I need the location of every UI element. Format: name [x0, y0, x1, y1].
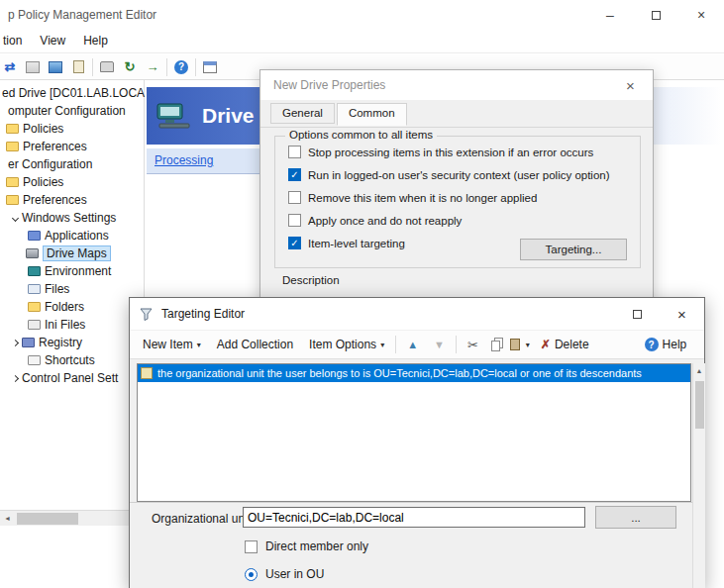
maximize-button[interactable]: [633, 0, 678, 30]
drive-banner-icon: [156, 102, 192, 130]
checkbox-unchecked[interactable]: [288, 146, 301, 158]
dropdown-icon: ▾: [380, 341, 384, 349]
option-item-level-targeting: ✓ Item-level targeting: [288, 237, 405, 249]
tree-item-policies[interactable]: Policies: [0, 173, 144, 191]
tree-item-shortcuts[interactable]: Shortcuts: [0, 351, 144, 369]
navigate-arrows-icon[interactable]: ⇄: [1, 59, 19, 75]
toolbar-separator: [395, 336, 396, 353]
tree-item-label: Environment: [45, 264, 111, 278]
tree-item-label: Shortcuts: [45, 353, 95, 367]
refresh-icon[interactable]: ↻: [121, 59, 139, 75]
checkbox-label: Item-level targeting: [308, 238, 405, 249]
tree-item-control-panel-settings[interactable]: Control Panel Sett: [0, 369, 144, 387]
tree-item-applications[interactable]: Applications: [0, 227, 144, 245]
move-up-button[interactable]: ▲: [402, 336, 423, 353]
tree-item-files[interactable]: Files: [0, 280, 144, 298]
close-button[interactable]: ×: [660, 298, 704, 330]
scrollbar-thumb[interactable]: [695, 381, 704, 429]
scrollbar-thumb[interactable]: [17, 513, 78, 525]
tree-item-preferences[interactable]: Preferences: [0, 191, 144, 209]
organizational-unit-input[interactable]: [243, 507, 585, 528]
window-glyph: [26, 61, 40, 73]
toolbar-separator: [166, 58, 167, 76]
tree-item-drive-maps[interactable]: Drive Maps: [0, 245, 144, 262]
tab-common[interactable]: Common: [337, 103, 407, 126]
processing-link[interactable]: Processing: [155, 153, 213, 167]
menu-view[interactable]: View: [31, 30, 74, 52]
tree-item-label: Policies: [23, 175, 63, 189]
list-view-icon[interactable]: [201, 59, 219, 75]
checkbox-unchecked[interactable]: [288, 191, 301, 204]
paste-dropdown-icon[interactable]: ▾: [526, 341, 530, 349]
tab-general[interactable]: General: [270, 103, 335, 124]
tree-item-preferences[interactable]: Preferences: [0, 138, 144, 155]
window-title: p Policy Management Editor: [8, 0, 156, 30]
minimize-button[interactable]: –: [587, 0, 633, 30]
scroll-left-icon[interactable]: ◄: [0, 515, 15, 522]
tree-item-label: Windows Settings: [22, 211, 116, 225]
dialog-close-button[interactable]: ×: [608, 70, 653, 100]
targeting-editor-dialog: Targeting Editor × New Item▾ Add Collect…: [129, 297, 705, 588]
help-icon[interactable]: ?: [172, 59, 190, 75]
chevron-down-icon[interactable]: [12, 214, 19, 221]
checkbox-unchecked[interactable]: [288, 214, 301, 227]
up-one-level-icon[interactable]: [24, 59, 42, 75]
delete-button[interactable]: ✗Delete: [536, 335, 594, 354]
checkbox-label: Run in logged-on user's security context…: [308, 169, 610, 181]
tree-item-label: Control Panel Sett: [22, 371, 118, 385]
tree-item-label: Applications: [45, 229, 109, 243]
menu-bar: tion View Help: [0, 30, 724, 53]
chevron-right-icon[interactable]: [12, 374, 19, 381]
menu-help[interactable]: Help: [74, 30, 117, 52]
folders-icon: [28, 302, 41, 312]
vertical-scrollbar[interactable]: ▲: [692, 363, 705, 588]
copy-icon[interactable]: [491, 341, 500, 351]
export-list-icon[interactable]: →: [144, 59, 161, 75]
tree-item-policies[interactable]: Policies: [0, 120, 144, 138]
targeting-item-row[interactable]: the organizational unit the user belongs…: [138, 364, 690, 382]
paste-icon[interactable]: [510, 339, 520, 350]
processing-section: Processing: [147, 148, 261, 174]
tree-item-label: Policies: [23, 122, 63, 136]
close-button[interactable]: ×: [678, 0, 724, 30]
tree-item-ini-files[interactable]: Ini Files: [0, 316, 144, 334]
tree-horizontal-scrollbar[interactable]: ◄: [0, 510, 145, 526]
tree-item-windows-settings[interactable]: Windows Settings: [0, 209, 144, 227]
tree-item-label-selected: Drive Maps: [43, 245, 111, 261]
environment-icon: [28, 266, 41, 276]
toolbar-separator: [195, 58, 196, 76]
maximize-button[interactable]: [615, 298, 660, 330]
tree-item-label: Ini Files: [45, 318, 85, 332]
tree-item-registry[interactable]: Registry: [0, 334, 144, 351]
item-options-label: Item Options: [309, 338, 376, 351]
applications-icon: [28, 231, 41, 241]
tree-item-label: ed Drive [DC01.LAB.LOCA: [2, 86, 145, 100]
menu-action[interactable]: tion: [0, 30, 31, 52]
chevron-right-icon[interactable]: [12, 339, 19, 345]
browse-button[interactable]: ...: [595, 506, 676, 529]
console-tree-icon[interactable]: [47, 59, 64, 75]
help-label: Help: [663, 338, 687, 351]
help-glyph: ?: [174, 60, 188, 74]
clipboard-icon[interactable]: [69, 59, 87, 75]
print-icon[interactable]: [98, 59, 116, 75]
direct-member-checkbox[interactable]: [245, 540, 258, 553]
cut-icon[interactable]: ✂: [463, 335, 483, 355]
targeting-button[interactable]: Targeting...: [520, 239, 627, 260]
new-item-button[interactable]: New Item▾: [138, 335, 206, 354]
targeting-item-text: the organizational unit the user belongs…: [157, 367, 642, 379]
tree-item-computer-configuration[interactable]: omputer Configuration: [0, 102, 144, 120]
tree-item-folders[interactable]: Folders: [0, 298, 144, 316]
help-button[interactable]: ?Help: [640, 335, 692, 354]
add-collection-button[interactable]: Add Collection: [212, 335, 298, 354]
user-in-ou-radio[interactable]: [245, 568, 258, 581]
checkbox-checked[interactable]: ✓: [288, 168, 301, 181]
tree-item-environment[interactable]: Environment: [0, 262, 144, 280]
checkbox-label: Remove this item when it is no longer ap…: [308, 192, 537, 204]
scroll-up-icon[interactable]: ▲: [693, 363, 705, 378]
checkbox-checked[interactable]: ✓: [288, 237, 301, 249]
item-options-button[interactable]: Item Options▾: [304, 335, 389, 354]
tree-item-gpo-root[interactable]: ed Drive [DC01.LAB.LOCA: [0, 84, 144, 102]
move-down-button[interactable]: ▼: [429, 336, 450, 353]
tree-item-user-configuration[interactable]: er Configuration: [0, 155, 144, 173]
